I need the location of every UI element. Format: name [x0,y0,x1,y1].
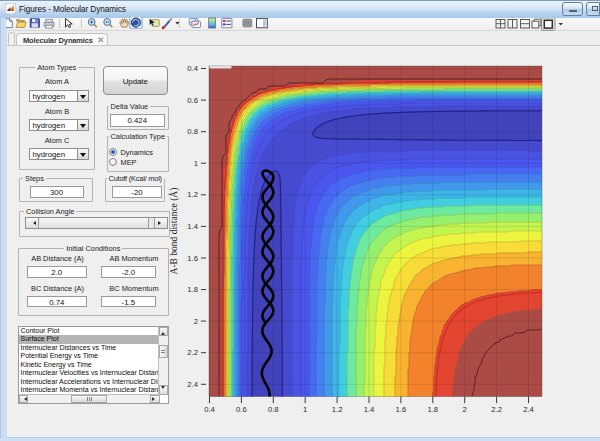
svg-text:1.4: 1.4 [364,405,375,414]
svg-text:1: 1 [194,159,198,168]
svg-text:2: 2 [194,317,198,326]
svg-text:1.6: 1.6 [396,405,407,414]
svg-text:2.4: 2.4 [187,380,198,389]
svg-text:0.6: 0.6 [236,405,247,414]
svg-text:1.2: 1.2 [187,190,198,199]
svg-text:2.2: 2.2 [491,405,502,414]
svg-text:1.4: 1.4 [187,222,198,231]
svg-text:2.4: 2.4 [523,405,534,414]
svg-text:2.2: 2.2 [187,348,198,357]
svg-text:0.8: 0.8 [187,127,198,136]
svg-text:1.8: 1.8 [187,285,198,294]
svg-text:1: 1 [303,405,307,414]
svg-text:1.6: 1.6 [187,254,198,263]
svg-text:2: 2 [463,405,467,414]
svg-text:0.4: 0.4 [187,64,198,73]
svg-text:0.8: 0.8 [268,405,279,414]
svg-text:0.6: 0.6 [187,96,198,105]
svg-text:A-B bond distance (Å): A-B bond distance (Å) [168,188,180,275]
svg-text:1.2: 1.2 [332,405,343,414]
svg-text:1.8: 1.8 [427,405,438,414]
svg-text:0.4: 0.4 [204,405,215,414]
